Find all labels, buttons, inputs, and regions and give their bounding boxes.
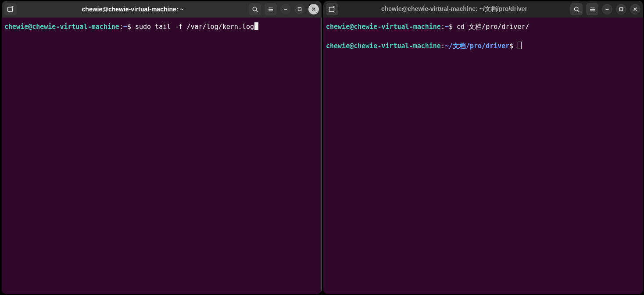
new-tab-button[interactable] bbox=[4, 3, 17, 15]
prompt-path: ~ bbox=[445, 23, 449, 31]
prompt-line-2: chewie@chewie-virtual-machine:~/文档/pro/d… bbox=[326, 41, 640, 51]
prompt-host: chewie-virtual-machine bbox=[32, 23, 119, 31]
prompt-user: chewie bbox=[326, 42, 350, 50]
terminal-window-left: chewie@chewie-virtual-machine: ~ bbox=[2, 1, 322, 294]
close-icon bbox=[633, 5, 638, 14]
prompt-user: chewie bbox=[326, 23, 350, 31]
terminal-body[interactable]: chewie@chewie-virtual-machine:~$ cd 文档/p… bbox=[323, 18, 643, 294]
terminal-body[interactable]: chewie@chewie-virtual-machine:~$ sudo ta… bbox=[2, 18, 322, 294]
prompt-colon: : bbox=[441, 42, 445, 50]
search-icon bbox=[252, 6, 258, 13]
maximize-icon bbox=[619, 5, 624, 14]
titlebar-right-group bbox=[570, 3, 640, 15]
minimize-button[interactable] bbox=[280, 4, 291, 14]
search-icon bbox=[573, 6, 580, 13]
text-cursor bbox=[254, 22, 258, 30]
prompt-colon: : bbox=[119, 23, 123, 31]
prompt-dollar: $ bbox=[127, 23, 135, 31]
maximize-button[interactable] bbox=[294, 4, 305, 14]
close-button[interactable] bbox=[308, 4, 319, 14]
search-button[interactable] bbox=[570, 3, 583, 15]
minimize-button[interactable] bbox=[602, 4, 612, 14]
command-text: cd 文档/pro/driver/ bbox=[457, 23, 529, 31]
titlebar-left-group bbox=[4, 3, 17, 15]
maximize-button[interactable] bbox=[616, 4, 626, 14]
prompt-host: chewie-virtual-machine bbox=[354, 23, 441, 31]
prompt-path: ~/文档/pro/driver bbox=[445, 42, 509, 50]
window-title: chewie@chewie-virtual-machine: ~/文档/pro/… bbox=[341, 5, 568, 13]
prompt-line: chewie@chewie-virtual-machine:~$ sudo ta… bbox=[4, 22, 319, 32]
titlebar[interactable]: chewie@chewie-virtual-machine: ~ bbox=[2, 1, 322, 18]
new-tab-button[interactable] bbox=[326, 3, 338, 15]
close-button[interactable] bbox=[630, 4, 640, 14]
svg-rect-0 bbox=[8, 7, 13, 12]
new-tab-icon bbox=[329, 6, 336, 13]
maximize-icon bbox=[297, 5, 302, 14]
close-icon bbox=[311, 5, 316, 14]
menu-button[interactable] bbox=[586, 3, 598, 15]
prompt-at: @ bbox=[350, 42, 354, 50]
minimize-icon bbox=[283, 5, 288, 14]
svg-rect-2 bbox=[298, 7, 301, 11]
prompt-at: @ bbox=[28, 23, 32, 31]
command-text: sudo tail -f /var/log/kern.log bbox=[135, 23, 254, 31]
prompt-line-1: chewie@chewie-virtual-machine:~$ cd 文档/p… bbox=[326, 22, 640, 32]
svg-rect-3 bbox=[329, 7, 334, 12]
prompt-path: ~ bbox=[123, 23, 127, 31]
text-cursor bbox=[518, 42, 522, 49]
titlebar-left-group bbox=[326, 3, 338, 15]
prompt-dollar: $ bbox=[449, 23, 457, 31]
desktop: chewie@chewie-virtual-machine: ~ bbox=[0, 0, 644, 295]
prompt-user: chewie bbox=[4, 23, 28, 31]
terminal-window-right: chewie@chewie-virtual-machine: ~/文档/pro/… bbox=[323, 1, 643, 294]
prompt-at: @ bbox=[350, 23, 354, 31]
prompt-colon: : bbox=[441, 23, 445, 31]
hamburger-icon bbox=[268, 6, 274, 13]
prompt-dollar: $ bbox=[509, 42, 517, 50]
new-tab-icon bbox=[7, 6, 14, 13]
search-button[interactable] bbox=[249, 3, 261, 15]
svg-rect-5 bbox=[620, 7, 623, 11]
menu-button[interactable] bbox=[265, 3, 277, 15]
hamburger-icon bbox=[589, 6, 596, 13]
prompt-host: chewie-virtual-machine bbox=[354, 42, 441, 50]
titlebar-right-group bbox=[249, 3, 319, 15]
window-title: chewie@chewie-virtual-machine: ~ bbox=[19, 6, 246, 13]
minimize-icon bbox=[605, 5, 610, 14]
titlebar[interactable]: chewie@chewie-virtual-machine: ~/文档/pro/… bbox=[323, 1, 643, 18]
